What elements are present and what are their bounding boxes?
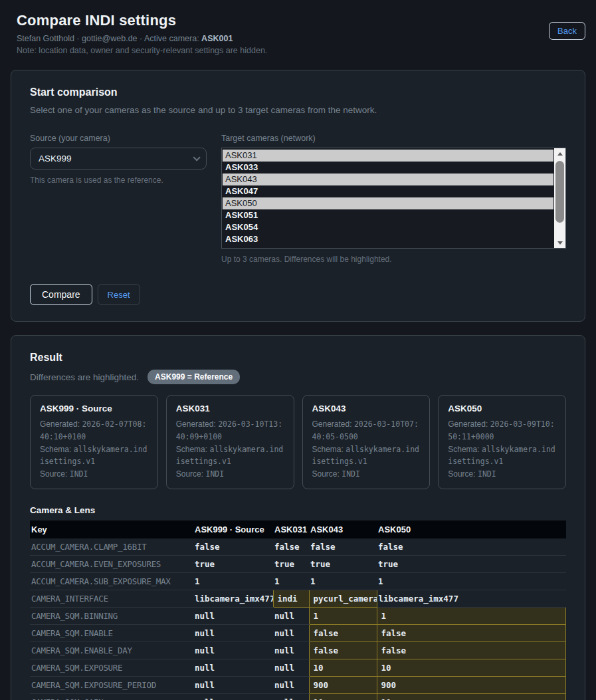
cell-ask050: false — [377, 538, 566, 556]
row-key: CAMERA_INTERFACE — [30, 590, 193, 608]
cell-ask043-diff: 10 — [309, 694, 377, 700]
cell-ask050-diff: false — [377, 625, 566, 642]
row-key: CAMERA_SQM.ENABLE — [30, 625, 193, 642]
cell-ask043-diff: 10 — [309, 659, 377, 677]
scrollbar-thumb[interactable] — [555, 161, 564, 223]
reference-badge: ASK999 = Reference — [148, 370, 240, 384]
source-select-value: ASK999 — [39, 154, 72, 164]
cell-ask031: null — [273, 642, 309, 659]
info-card-title: ASK999 · Source — [40, 404, 148, 413]
generated-line: Generated: 2026-03-09T10:50:11+0000 — [448, 418, 556, 443]
table-row: ACCUM_CAMERA.EVEN_EXPOSURES true true tr… — [30, 556, 566, 573]
cell-ask043-diff: false — [309, 625, 377, 642]
user-meta: Stefan Gotthold · gottie@web.de · Active… — [17, 34, 585, 43]
scroll-up-icon[interactable] — [554, 148, 565, 159]
table-row: CAMERA_INTERFACE libcamera_imx477 indi p… — [30, 590, 566, 608]
result-card: Result Differences are highlighted. ASK9… — [11, 335, 585, 700]
page-header: Compare INDI settings Stefan Gotthold · … — [17, 12, 585, 55]
source-help: This camera is used as the reference. — [30, 175, 207, 185]
source-line: Source: INDI — [176, 468, 284, 481]
listbox-scrollbar[interactable] — [554, 148, 565, 248]
cell-source: true — [193, 556, 273, 573]
schema-line: Schema: allskykamera.indisettings.v1 — [40, 443, 148, 469]
source-column: Source (your camera) ASK999 This camera … — [30, 134, 207, 264]
start-comparison-description: Select one of your cameras as the source… — [30, 105, 566, 115]
table-header-row: Key ASK999 · Source ASK031 ASK043 ASK050 — [30, 521, 566, 538]
cell-ask043-diff: pycurl_camera — [309, 590, 377, 608]
info-card-ask031: ASK031 Generated: 2026-03-10T13:40:09+01… — [166, 395, 294, 489]
cell-ask031: null — [273, 677, 309, 694]
cell-ask031: null — [273, 659, 309, 677]
compare-button[interactable]: Compare — [30, 284, 92, 305]
row-key: CAMERA_SQM.ENABLE_DAY — [30, 642, 193, 659]
cell-ask043-diff: 1 — [309, 608, 377, 625]
start-comparison-card: Start comparison Select one of your came… — [11, 70, 585, 322]
cell-source: null — [193, 694, 273, 700]
col-header-ask043: ASK043 — [309, 521, 377, 538]
info-card-title: ASK031 — [176, 404, 284, 413]
cell-ask050: 1 — [377, 573, 566, 590]
col-header-ask031: ASK031 — [273, 521, 309, 538]
source-line: Source: INDI — [448, 468, 556, 481]
generated-line: Generated: 2026-02-07T08:40:10+0100 — [40, 418, 148, 443]
cell-ask043: 1 — [309, 573, 377, 590]
row-key: CAMERA_SQM.EXPOSURE — [30, 659, 193, 677]
cell-source: null — [193, 659, 273, 677]
cell-ask043: false — [309, 538, 377, 556]
info-card-ask043: ASK043 Generated: 2026-03-10T07:40:05-05… — [302, 395, 431, 489]
cell-source: null — [193, 677, 273, 694]
listbox-option-ask054[interactable]: ASK054 — [223, 221, 553, 233]
active-camera-value: ASK001 — [201, 34, 233, 43]
target-cameras-listbox[interactable]: ASK031 ASK033 ASK043 ASK047 ASK050 ASK05… — [221, 148, 566, 249]
cell-ask050: libcamera_imx477 — [377, 590, 566, 608]
target-help: Up to 3 cameras. Differences will be hig… — [221, 255, 566, 264]
reset-button[interactable]: Reset — [98, 284, 140, 305]
privacy-note: Note: location data, owner and security-… — [17, 46, 585, 55]
back-button[interactable]: Back — [549, 22, 585, 40]
info-card-ask050: ASK050 Generated: 2026-03-09T10:50:11+00… — [438, 395, 566, 489]
row-key: CAMERA_SQM.GAIN — [30, 694, 193, 700]
listbox-option-ask033[interactable]: ASK033 — [223, 162, 553, 174]
listbox-option-ask047[interactable]: ASK047 — [223, 185, 553, 197]
cell-ask050-diff: 1 — [377, 608, 566, 625]
start-comparison-title: Start comparison — [30, 86, 566, 98]
info-card-title: ASK050 — [448, 404, 556, 413]
cell-ask050-diff: 900 — [377, 677, 566, 694]
cell-ask031: null — [273, 608, 309, 625]
listbox-option-ask031[interactable]: ASK031 — [223, 150, 553, 162]
listbox-option-ask050[interactable]: ASK050 — [223, 197, 553, 209]
schema-line: Schema: allskykamera.indisettings.v1 — [176, 443, 284, 469]
col-header-ask050: ASK050 — [377, 521, 566, 538]
schema-line: Schema: allskykamera.indisettings.v1 — [312, 443, 421, 469]
cell-source: 1 — [193, 573, 273, 590]
listbox-option-ask063[interactable]: ASK063 — [223, 233, 553, 245]
cell-ask043-diff: false — [309, 642, 377, 659]
cell-ask043-diff: 900 — [309, 677, 377, 694]
camera-info-cards: ASK999 · Source Generated: 2026-02-07T08… — [30, 395, 566, 489]
info-card-title: ASK043 — [312, 404, 421, 413]
result-subtitle: Differences are highlighted. — [30, 372, 139, 382]
table-row: ACCUM_CAMERA.SUB_EXPOSURE_MAX 1 1 1 1 — [30, 573, 566, 590]
cell-source: libcamera_imx477 — [193, 590, 273, 608]
source-select[interactable]: ASK999 — [30, 148, 207, 170]
cell-ask050-diff: false — [377, 642, 566, 659]
col-header-key: Key — [30, 521, 193, 538]
listbox-option-ask051[interactable]: ASK051 — [223, 209, 553, 221]
cell-ask031: 1 — [273, 573, 309, 590]
col-header-source: ASK999 · Source — [193, 521, 273, 538]
user-meta-text: Stefan Gotthold · gottie@web.de · Active… — [17, 34, 201, 43]
result-title: Result — [30, 352, 566, 364]
table-row: CAMERA_SQM.EXPOSURE_PERIOD null null 900… — [30, 677, 566, 694]
cell-source: null — [193, 608, 273, 625]
info-card-ask999: ASK999 · Source Generated: 2026-02-07T08… — [30, 395, 158, 489]
listbox-option-ask043[interactable]: ASK043 — [223, 174, 553, 185]
cell-ask050: true — [377, 556, 566, 573]
cell-ask031: null — [273, 625, 309, 642]
row-key: ACCUM_CAMERA.SUB_EXPOSURE_MAX — [30, 573, 193, 590]
page: Compare INDI settings Stefan Gotthold · … — [0, 0, 596, 700]
table-row: CAMERA_SQM.ENABLE null null false false — [30, 625, 566, 642]
cell-source: null — [193, 642, 273, 659]
row-key: CAMERA_SQM.EXPOSURE_PERIOD — [30, 677, 193, 694]
scroll-down-icon[interactable] — [554, 237, 565, 248]
table-row: CAMERA_SQM.BINNING null null 1 1 — [30, 608, 566, 625]
